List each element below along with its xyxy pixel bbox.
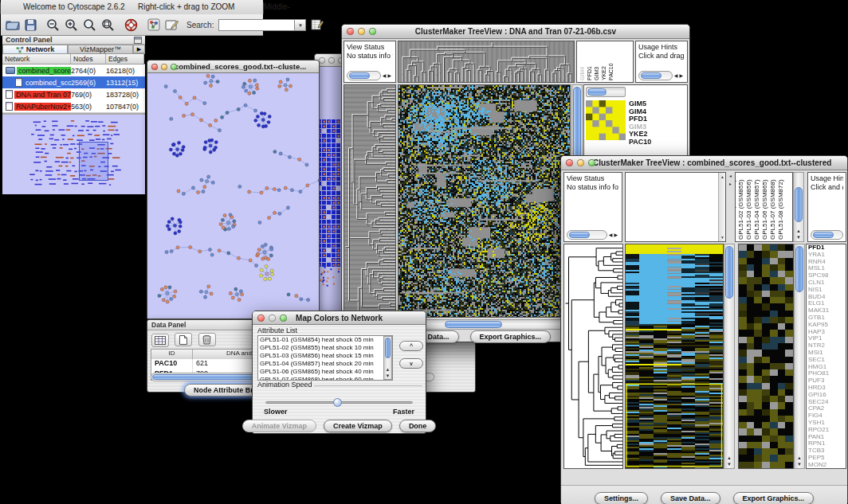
matrix-hscrollbar[interactable] [586, 87, 626, 97]
treeview-dna-title-bar[interactable]: ClusterMaker TreeView : DNA and Tran 07-… [342, 25, 689, 39]
help-lifesaver-icon[interactable] [124, 17, 138, 33]
column-header-network[interactable]: Network [2, 54, 71, 64]
column-header-id[interactable]: ID [151, 350, 193, 359]
scrollbar-thumb[interactable] [725, 246, 733, 299]
zoom-detail-panel[interactable] [738, 244, 794, 469]
attribute-list-vscrollbar[interactable]: ▲ ▼ [383, 336, 392, 380]
network-row-combined-scores[interactable]: combined_scores2764(0)16218(0) [2, 64, 145, 76]
dialog-title-bar[interactable]: Map Colors to Network [253, 311, 426, 325]
detail-vscrollbar[interactable]: ▲ ▼ [794, 244, 805, 469]
scroll-up-icon[interactable]: ▲ [384, 366, 391, 373]
column-header-edges[interactable]: Edges [106, 54, 144, 64]
network-view-title-bar[interactable]: combined_scores_good.txt--cluste... [147, 61, 319, 73]
zoom-in-icon[interactable] [65, 17, 78, 33]
network-canvas[interactable] [147, 73, 319, 318]
export-graphics-button[interactable]: Export Graphics... [470, 330, 552, 343]
zoom-button[interactable] [171, 64, 177, 70]
top-dendrogram-panel[interactable]: ▲ ▼ [625, 172, 726, 242]
save-data-button[interactable]: Save Data... [661, 492, 720, 504]
attribute-item[interactable]: GPL51-02 (GSM855) heat shock 10 min [258, 344, 392, 352]
tab-vizmapper[interactable]: VizMapper™ [68, 45, 133, 53]
network-row-dna-and-tran-07[interactable]: DNA and Tran 07769(0)183728(0) [2, 88, 145, 100]
column-header-nodes[interactable]: Nodes [71, 54, 106, 64]
slider-knob[interactable] [333, 398, 342, 407]
attribute-list[interactable]: GPL51-01 (GSM854) heat shock 05 minGPL51… [257, 335, 393, 381]
row-dendrogram-panel[interactable] [344, 84, 396, 318]
network-row-combined-sco[interactable]: combined_sco2569(6)13112(15) [2, 76, 145, 88]
move-down-button[interactable]: v [399, 358, 423, 369]
column-label[interactable]: PAC10 [613, 41, 620, 82]
scrollbar-thumb[interactable] [795, 246, 803, 292]
zoom-button[interactable] [280, 315, 287, 322]
similarity-matrix-canvas[interactable] [586, 100, 626, 140]
row-dendrogram-panel[interactable] [563, 244, 623, 469]
scroll-down-icon[interactable]: ▼ [794, 234, 803, 240]
zoom-out-icon[interactable] [46, 17, 60, 33]
top-dendrogram-canvas[interactable] [398, 41, 574, 82]
column-labels-vscrollbar[interactable]: ▲ ▼ [793, 172, 804, 242]
scrollbar-thumb[interactable] [385, 338, 391, 358]
mini-arrows[interactable]: ◄► [727, 172, 734, 242]
zoom-button[interactable] [588, 159, 595, 166]
heatmap-canvas[interactable] [626, 244, 723, 468]
mini-scrollbar[interactable] [347, 71, 381, 80]
mini-scrollbar[interactable] [811, 230, 843, 240]
heatmap-vscrollbar[interactable]: ▲ ▼ [724, 244, 735, 469]
scroll-up-icon[interactable]: ▲ [795, 455, 804, 461]
minimize-button[interactable] [161, 64, 167, 70]
row-dendrogram-canvas[interactable] [564, 244, 622, 468]
delete-attribute-icon[interactable] [198, 333, 216, 346]
scrollbar-thumb[interactable] [795, 187, 803, 222]
scroll-down-icon[interactable]: ▼ [720, 235, 724, 240]
move-up-button[interactable]: ^ [399, 341, 423, 351]
scroll-down-icon[interactable]: ▼ [724, 461, 734, 467]
zoom-fit-icon[interactable] [83, 17, 96, 33]
scroll-up-icon[interactable]: ▲ [724, 455, 734, 461]
export-graphics-button[interactable]: Export Graphics... [733, 492, 815, 504]
search-options-icon[interactable] [311, 17, 324, 33]
float-panel-icon[interactable] [134, 37, 142, 44]
attribute-item[interactable]: GPL51-03 (GSM856) heat shock 15 min [258, 352, 392, 360]
minimize-button[interactable] [328, 57, 335, 64]
close-button[interactable] [151, 64, 158, 70]
scrollbar-thumb[interactable] [445, 321, 502, 328]
annotation-icon[interactable] [165, 17, 179, 33]
search-input[interactable] [218, 19, 295, 31]
tab-overflow-arrow[interactable]: ▶ [133, 45, 145, 53]
top-dendrogram-panel[interactable] [398, 41, 575, 83]
zoom-detail-canvas[interactable] [739, 244, 793, 468]
close-button[interactable] [347, 28, 354, 35]
network-overview-panel[interactable] [2, 115, 145, 194]
scroll-arrows-icon[interactable]: ◀▶ [674, 72, 685, 80]
heatmap-panel[interactable] [398, 84, 571, 318]
attribute-item[interactable]: GPL51-01 (GSM854) heat shock 05 min [258, 336, 392, 344]
treeview-combined-title-bar[interactable]: ClusterMaker TreeView : combined_scores_… [561, 156, 847, 170]
network-row-rnapubernov2[interactable]: RNAPuberNov2+!563(0)107847(0) [2, 100, 145, 112]
scrollbar-thumb[interactable] [587, 88, 607, 96]
scroll-arrows-icon[interactable]: ◀▶ [609, 231, 619, 240]
close-button[interactable] [566, 159, 573, 166]
modify-network-icon[interactable] [147, 17, 160, 33]
minimize-button[interactable] [577, 159, 584, 166]
save-icon[interactable] [25, 17, 37, 33]
attribute-table-icon[interactable] [151, 334, 169, 347]
gene-label[interactable]: MON2 [807, 462, 846, 469]
open-folder-icon[interactable] [6, 17, 20, 33]
scroll-arrows-icon[interactable]: ◀▶ [383, 72, 393, 80]
mini-scrollbar[interactable] [638, 71, 673, 80]
scroll-up-icon[interactable]: ▲ [794, 228, 803, 234]
chevron-down-icon[interactable]: ▼ [295, 19, 306, 31]
close-button[interactable] [319, 57, 325, 64]
matrix-gene-label[interactable]: PAC10 [629, 139, 651, 147]
create-vizmap-button[interactable]: Create Vizmap [324, 420, 392, 432]
scroll-down-icon[interactable]: ▼ [384, 373, 391, 379]
scroll-down-icon[interactable]: ▼ [795, 461, 804, 467]
row-dendrogram-canvas[interactable] [344, 85, 395, 317]
tab-network[interactable]: Network [2, 45, 68, 53]
animation-speed-slider[interactable] [265, 401, 413, 404]
scroll-up-icon[interactable]: ▲ [720, 174, 724, 179]
zoom-selected-icon[interactable] [101, 17, 115, 33]
animate-vizmap-button[interactable]: Animate Vizmap [242, 420, 316, 432]
column-label[interactable]: GPL51-08 (GSM872) [783, 173, 791, 241]
overview-canvas[interactable] [2, 115, 144, 194]
